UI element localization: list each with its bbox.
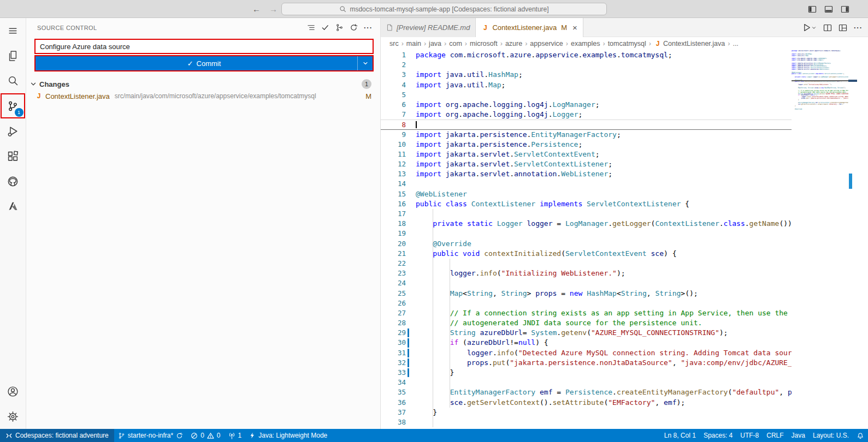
breadcrumb-item[interactable]: tomcatmysql	[608, 40, 646, 47]
code-line[interactable]: 36 sce.getServletContext().setAttribute(…	[381, 398, 792, 408]
code-line[interactable]: 38	[381, 417, 792, 427]
code-line[interactable]: 14	[381, 179, 792, 189]
commit-button[interactable]: ✓ Commit	[36, 56, 373, 70]
more-actions-button[interactable]: ···	[854, 23, 863, 32]
code-line[interactable]: 30 if (azureDbUrl!=null) {	[381, 338, 792, 348]
account-button[interactable]	[0, 379, 26, 404]
forward-arrow-button[interactable]: →	[269, 4, 277, 14]
code-line[interactable]: 9import jakarta.persistence.EntityManage…	[381, 130, 792, 140]
notifications-bell[interactable]	[853, 429, 868, 442]
code-line[interactable]: 33 }	[381, 368, 792, 378]
code-line[interactable]: 2	[381, 60, 792, 70]
toggle-panel-icon[interactable]	[824, 5, 833, 14]
breadcrumb-item[interactable]: main	[406, 40, 421, 47]
code-line[interactable]: 21 public void contextInitialized(Servle…	[381, 249, 792, 259]
menu-button[interactable]	[0, 18, 26, 43]
commit-dropdown-chevron[interactable]	[357, 56, 373, 70]
breadcrumb-item[interactable]: JContextListener.java	[654, 40, 725, 47]
code-line[interactable]: 8	[381, 120, 792, 129]
code-line[interactable]: 13import jakarta.servlet.annotation.WebL…	[381, 169, 792, 179]
code-line[interactable]: 23 logger.info("Initializing WebListener…	[381, 268, 792, 278]
code-line[interactable]: 32 props.put("jakarta.persistence.nonJta…	[381, 358, 792, 368]
code-line[interactable]: 19	[381, 229, 792, 238]
settings-button[interactable]	[0, 404, 26, 429]
line-number-gutter: 20	[381, 239, 414, 249]
encoding-indicator[interactable]: UTF-8	[736, 429, 763, 442]
code-line[interactable]: 18 private static Logger logger = LogMan…	[381, 219, 792, 229]
run-button[interactable]	[802, 23, 817, 32]
changes-section-header[interactable]: Changes 1	[26, 78, 380, 90]
list-view-icon[interactable]	[307, 23, 315, 32]
code-line[interactable]: 15@WebListener	[381, 189, 792, 199]
eol-indicator[interactable]: CRLF	[763, 429, 787, 442]
breadcrumb-item[interactable]: ...	[733, 40, 738, 47]
keyboard-layout-indicator[interactable]: Layout: U.S.	[809, 429, 853, 442]
breadcrumb-item[interactable]: microsoft	[470, 40, 498, 47]
branch-indicator[interactable]: starter-no-infra*	[114, 429, 187, 442]
breadcrumb-item[interactable]: java	[429, 40, 441, 47]
code-line[interactable]: 20 @Override	[381, 239, 792, 249]
minimap[interactable]: package com.microsoft.azure.appservice.e…	[792, 50, 848, 429]
sidebar-item-azure[interactable]	[0, 194, 26, 219]
code-line[interactable]: 10import jakarta.persistence.Persistence…	[381, 140, 792, 150]
breadcrumb-item[interactable]: src	[389, 40, 399, 47]
code-line[interactable]: 26	[381, 298, 792, 308]
sidebar-item-search[interactable]	[0, 68, 26, 93]
branch-icon	[118, 432, 125, 439]
code-line[interactable]: 25 Map<String, String> props = new HashM…	[381, 289, 792, 298]
code-line[interactable]: 28 // autogenerated JNDI data source for…	[381, 318, 792, 328]
code-line[interactable]: 7import org.apache.logging.log4j.Logger;	[381, 110, 792, 120]
close-icon[interactable]: ×	[572, 23, 577, 32]
code-line[interactable]: 12import jakarta.servlet.ServletContextL…	[381, 159, 792, 169]
code-line[interactable]: 22	[381, 259, 792, 268]
toggle-secondary-sidebar-icon[interactable]	[841, 5, 849, 14]
code-line[interactable]: 3import java.util.HashMap;	[381, 70, 792, 80]
tab-contextlistener[interactable]: J ContextListener.java M ×	[476, 18, 583, 37]
graph-icon[interactable]	[335, 23, 344, 32]
code-line[interactable]: 11import jakarta.servlet.ServletContextE…	[381, 150, 792, 159]
breadcrumb-item[interactable]: appservice	[530, 40, 563, 47]
remote-indicator[interactable]: Codespaces: fictional adventure	[0, 429, 114, 442]
code-line[interactable]: 31 logger.info("Detected Azure MySQL con…	[381, 348, 792, 358]
run-dropdown-chevron[interactable]	[811, 25, 817, 31]
code-line[interactable]: 24	[381, 278, 792, 288]
sidebar-item-extensions[interactable]	[0, 144, 26, 169]
breadcrumb-item[interactable]: azure	[505, 40, 522, 47]
code-line[interactable]: 34	[381, 378, 792, 387]
code-line[interactable]: 5	[381, 90, 792, 100]
code-line[interactable]: 16public class ContextListener implement…	[381, 199, 792, 209]
code-line[interactable]: 17	[381, 209, 792, 219]
refresh-icon[interactable]	[350, 23, 358, 32]
code-editor[interactable]: 1package com.microsoft.azure.appservice.…	[381, 50, 792, 429]
split-editor-button[interactable]	[823, 23, 832, 32]
java-status[interactable]: Java: Lightweight Mode	[245, 429, 331, 442]
commit-message-input[interactable]	[36, 40, 373, 53]
sidebar-item-github[interactable]	[0, 169, 26, 194]
breadcrumb-item[interactable]: com	[449, 40, 462, 47]
changed-file-row[interactable]: JContextListener.javasrc/main/java/com/m…	[26, 90, 380, 102]
code-line[interactable]: 29 String azureDbUrl= System.getenv("AZU…	[381, 328, 792, 338]
more-actions-icon[interactable]: ···	[364, 23, 373, 32]
problems-indicator[interactable]: 0 0	[187, 429, 224, 442]
tab-readme-preview[interactable]: [Preview] README.md	[381, 18, 476, 37]
code-line[interactable]: 1package com.microsoft.azure.appservice.…	[381, 50, 792, 60]
sidebar-item-explorer[interactable]	[0, 43, 26, 68]
command-center-search[interactable]: msdocs-tomcat-mysql-sample-app [Codespac…	[281, 3, 607, 15]
code-line[interactable]: 27 // If a connection string exists as a…	[381, 308, 792, 318]
sidebar-item-source-control[interactable]: 1	[0, 93, 26, 118]
toggle-primary-sidebar-icon[interactable]	[808, 5, 817, 14]
indentation-indicator[interactable]: Spaces: 4	[700, 429, 736, 442]
ports-indicator[interactable]: 1	[225, 429, 246, 442]
sidebar-item-run-debug[interactable]	[0, 118, 26, 144]
cursor-position[interactable]: Ln 8, Col 1	[660, 429, 700, 442]
customize-layout-button[interactable]	[839, 23, 847, 32]
language-indicator[interactable]: Java	[788, 429, 809, 442]
commit-check-icon[interactable]	[321, 23, 329, 32]
code-line[interactable]: 37 }	[381, 408, 792, 417]
code-line[interactable]: 35 EntityManagerFactory emf = Persistenc…	[381, 387, 792, 397]
back-arrow-button[interactable]: ←	[252, 4, 261, 14]
code-line[interactable]: 4import java.util.Map;	[381, 80, 792, 90]
code-line[interactable]: 6import org.apache.logging.log4j.LogMana…	[381, 100, 792, 110]
sync-icon[interactable]	[176, 432, 183, 439]
breadcrumb-item[interactable]: examples	[571, 40, 600, 47]
